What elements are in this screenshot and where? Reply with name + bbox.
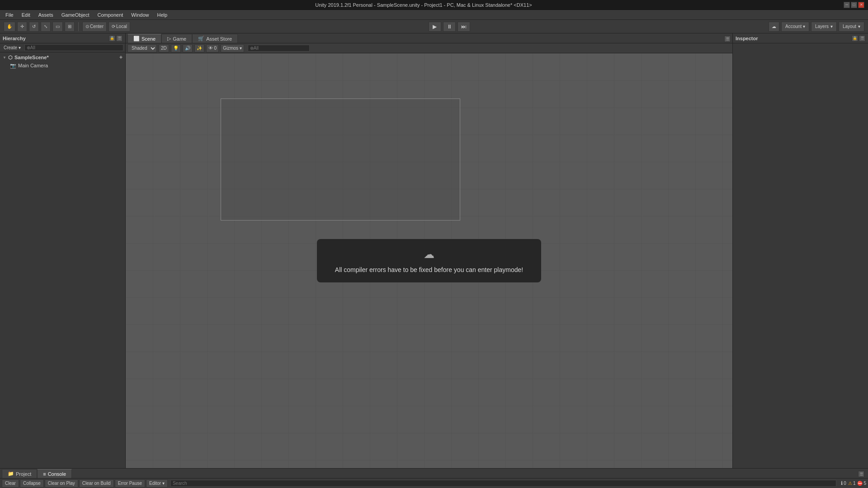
inspector-lock-button[interactable]: 🔒: [852, 35, 858, 42]
tool-rect[interactable]: ▭: [52, 22, 63, 32]
pivot-center-icon: ⊙: [85, 24, 89, 29]
menu-component[interactable]: Component: [94, 11, 127, 19]
tab-project[interactable]: 📁 Project: [2, 469, 37, 478]
account-dropdown[interactable]: Account ▾: [781, 22, 809, 32]
hidden-layers-button[interactable]: 👁 0: [206, 44, 219, 52]
camera-icon: 📷: [10, 63, 16, 69]
hierarchy-item-maincamera[interactable]: 📷 Main Camera: [1, 61, 124, 70]
play-button[interactable]: ▶: [429, 22, 441, 32]
tab-scene[interactable]: ⬜ Scene: [127, 34, 161, 43]
maximize-button[interactable]: □: [851, 2, 857, 8]
scene-add-icon[interactable]: +: [119, 54, 123, 61]
main-area: Hierarchy 🔒 ☰ Create ▾ ▼ ⬡ SampleScene* …: [0, 33, 868, 468]
menu-help[interactable]: Help: [153, 11, 171, 19]
step-button[interactable]: ⏭: [458, 22, 470, 32]
info-count-badge: ℹ 0: [841, 480, 846, 486]
scene-search-input[interactable]: [248, 45, 310, 52]
layout-chevron-icon: ▾: [858, 24, 860, 29]
gizmos-button[interactable]: Gizmos ▾: [221, 44, 244, 52]
menu-bar: File Edit Assets GameObject Component Wi…: [0, 10, 868, 20]
bottom-menu-button[interactable]: ☰: [858, 471, 864, 477]
effects-button[interactable]: ✨: [194, 44, 204, 52]
hierarchy-panel: Hierarchy 🔒 ☰ Create ▾ ▼ ⬡ SampleScene* …: [0, 33, 126, 468]
warn-count-icon: ⚠: [848, 481, 852, 486]
toolbar-separator-1: [78, 22, 79, 31]
inspector-menu-button[interactable]: ☰: [859, 35, 865, 42]
tool-custom[interactable]: ⊞: [65, 22, 75, 32]
layout-dropdown[interactable]: Layout ▾: [839, 22, 864, 32]
playmode-cloud-icon: ☁: [424, 248, 434, 261]
close-button[interactable]: ✕: [858, 2, 864, 8]
bottom-area: 📁 Project ≡ Console ☰ Clear Collapse Cle…: [0, 468, 868, 488]
console-toolbar: Clear Collapse Clear on Play Clear on Bu…: [0, 479, 868, 488]
pause-button[interactable]: ⏸: [443, 22, 456, 32]
inspector-panel: Inspector 🔒 ☰: [732, 33, 868, 468]
toolbar-right: ☁ Account ▾ Layers ▾ Layout ▾: [769, 22, 864, 32]
assetstore-tab-icon: 🛒: [198, 36, 204, 42]
error-count-icon: ⛔: [857, 481, 863, 486]
tool-hand[interactable]: ✋: [4, 22, 15, 32]
shading-mode-dropdown[interactable]: Shaded: [127, 44, 157, 52]
hierarchy-toolbar: Create ▾: [0, 43, 125, 52]
playmode-error-overlay: ☁ All compiler errors have to be fixed b…: [317, 239, 541, 282]
game-tab-icon: ▷: [167, 36, 171, 42]
tab-asset-store[interactable]: 🛒 Asset Store: [192, 34, 238, 43]
scene-viewport[interactable]: ☁ All compiler errors have to be fixed b…: [126, 53, 732, 468]
lighting-button[interactable]: 💡: [171, 44, 181, 52]
error-pause-button[interactable]: Error Pause: [115, 479, 145, 488]
tool-move[interactable]: ✛: [17, 22, 27, 32]
tool-rotate[interactable]: ↺: [29, 22, 39, 32]
pivot-local-button[interactable]: ⟳ Local: [108, 22, 130, 32]
tab-game[interactable]: ▷ Game: [161, 34, 192, 43]
window-title: Unity 2019.1.2f1 Personal - SampleScene.…: [4, 2, 844, 8]
console-search-input[interactable]: [170, 480, 836, 487]
camera-rect: [221, 99, 460, 221]
pivot-center-button[interactable]: ⊙ Center: [82, 22, 107, 32]
hierarchy-create-button[interactable]: Create ▾: [2, 45, 23, 50]
info-icon: ℹ: [841, 480, 843, 486]
audio-button[interactable]: 🔊: [183, 44, 193, 52]
scene-viewport-toolbar: Shaded 2D 💡 🔊 ✨ 👁 0 Gizmos ▾: [126, 43, 732, 53]
menu-edit[interactable]: Edit: [18, 11, 34, 19]
tab-console[interactable]: ≡ Console: [37, 469, 72, 478]
hierarchy-title: Hierarchy: [3, 36, 26, 41]
toolbar: ✋ ✛ ↺ ⤡ ▭ ⊞ ⊙ Center ⟳ Local ▶ ⏸ ⏭ ☁ Acc…: [0, 20, 868, 33]
inspector-title: Inspector: [736, 36, 758, 41]
clear-on-play-button[interactable]: Clear on Play: [45, 479, 78, 488]
project-tab-icon: 📁: [8, 471, 14, 477]
clear-on-build-button[interactable]: Clear on Build: [79, 479, 114, 488]
menu-gameobject[interactable]: GameObject: [58, 11, 93, 19]
console-counts: ℹ 0 ⚠ 1 ⛔ 5: [841, 480, 866, 486]
scene-panel-controls: ☰: [724, 36, 731, 43]
layers-chevron-icon: ▾: [830, 24, 833, 29]
collapse-button[interactable]: Collapse: [20, 479, 44, 488]
title-bar: Unity 2019.1.2f1 Personal - SampleScene.…: [0, 0, 868, 10]
editor-dropdown-button[interactable]: Editor ▾: [146, 479, 168, 488]
menu-file[interactable]: File: [2, 11, 17, 19]
hierarchy-header: Hierarchy 🔒 ☰: [0, 33, 125, 43]
hierarchy-search-input[interactable]: [24, 44, 123, 51]
layers-dropdown[interactable]: Layers ▾: [811, 22, 837, 32]
scene-icon: ⬡: [8, 55, 13, 61]
scene-menu-button[interactable]: ☰: [724, 36, 731, 42]
hierarchy-menu-button[interactable]: ☰: [116, 35, 123, 42]
hierarchy-panel-controls: 🔒 ☰: [109, 35, 123, 42]
playmode-error-text: All compiler errors have to be fixed bef…: [335, 266, 523, 273]
menu-window[interactable]: Window: [127, 11, 152, 19]
hierarchy-lock-button[interactable]: 🔒: [109, 35, 115, 42]
view-2d-button[interactable]: 2D: [159, 44, 169, 52]
tool-scale[interactable]: ⤡: [41, 22, 51, 32]
cloud-button[interactable]: ☁: [769, 22, 779, 32]
playmode-controls: ▶ ⏸ ⏭: [132, 22, 767, 32]
scene-arrow-icon: ▼: [3, 56, 6, 60]
hierarchy-item-samplescene[interactable]: ▼ ⬡ SampleScene* +: [1, 53, 124, 61]
inspector-panel-controls: 🔒 ☰: [852, 35, 865, 42]
clear-button[interactable]: Clear: [2, 479, 19, 488]
console-tab-icon: ≡: [43, 471, 46, 477]
minimize-button[interactable]: ─: [844, 2, 850, 8]
inspector-content: [733, 43, 868, 468]
menu-assets[interactable]: Assets: [35, 11, 57, 19]
scene-tabs-bar: ⬜ Scene ▷ Game 🛒 Asset Store ☰: [126, 33, 732, 43]
scene-area: ⬜ Scene ▷ Game 🛒 Asset Store ☰ Shaded 2D…: [126, 33, 732, 468]
hierarchy-content: ▼ ⬡ SampleScene* + 📷 Main Camera: [0, 52, 125, 468]
